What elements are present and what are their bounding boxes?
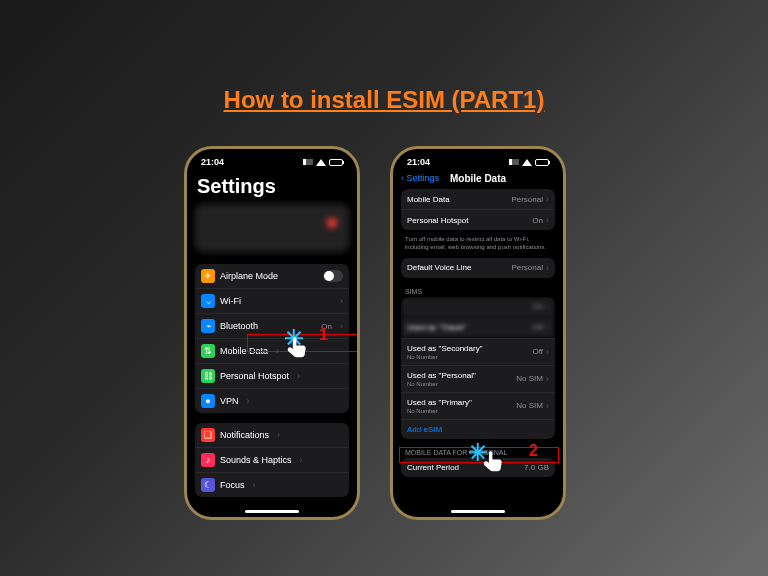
nav-title: Mobile Data	[401, 173, 555, 184]
speaker-icon: ♪	[201, 453, 215, 467]
chevron-right-icon: ›	[546, 215, 549, 225]
chevron-right-icon: ›	[546, 263, 549, 273]
nav-header: ‹ Settings Mobile Data	[401, 171, 555, 189]
page-title: How to install ESIM (PART1)	[0, 86, 768, 114]
row-personal-hotspot[interactable]: Personal Hotspot On ›	[401, 209, 555, 230]
globe-icon: ●	[201, 394, 215, 408]
row-sim[interactable]: Used as "Personal"No Number No SIM ›	[401, 365, 555, 392]
row-value: On	[532, 216, 543, 225]
chevron-right-icon: ›	[276, 346, 279, 356]
row-value: On	[532, 302, 543, 311]
row-sub: No Number	[407, 354, 483, 360]
chevron-right-icon: ›	[340, 321, 343, 331]
group-voice-line: Default Voice Line Personal ›	[401, 258, 555, 278]
settings-group-notifications: ❑ Notifications › ♪ Sounds & Haptics › ☾…	[195, 423, 349, 497]
row-notifications[interactable]: ❑ Notifications ›	[195, 423, 349, 447]
row-label: Airplane Mode	[220, 271, 278, 281]
row-label: VPN	[220, 396, 239, 406]
chevron-right-icon: ›	[340, 296, 343, 306]
status-bar: 21:04	[195, 155, 349, 171]
row-label: Default Voice Line	[407, 263, 472, 272]
row-value: No SIM	[516, 374, 543, 383]
signal-icon	[509, 159, 519, 165]
row-value: Off	[532, 323, 543, 332]
row-value: Personal	[511, 195, 543, 204]
antenna-icon: ⇅	[201, 344, 215, 358]
pointer-hand-icon	[283, 335, 311, 363]
wifi-icon	[522, 159, 532, 166]
chevron-right-icon: ›	[546, 323, 549, 333]
status-right	[303, 159, 343, 166]
row-label: Notifications	[220, 430, 269, 440]
row-label: Current Period	[407, 463, 459, 472]
row-label: Personal Hotspot	[407, 216, 468, 225]
phone-settings: 21:04 Settings ✈ Airplane Mode ⌵ Wi-Fi ›	[184, 146, 360, 520]
battery-icon	[329, 159, 343, 166]
row-airplane-mode[interactable]: ✈ Airplane Mode	[195, 264, 349, 288]
row-sounds[interactable]: ♪ Sounds & Haptics ›	[195, 447, 349, 472]
row-label: Used as "Secondary"	[407, 344, 483, 353]
row-label: Wi-Fi	[220, 296, 241, 306]
clock: 21:04	[407, 157, 430, 167]
chevron-right-icon: ›	[277, 430, 280, 440]
bluetooth-icon: ⌁	[201, 319, 215, 333]
section-sims: SIMs	[401, 282, 555, 297]
chevron-right-icon: ›	[546, 194, 549, 204]
airplane-icon: ✈	[201, 269, 215, 283]
row-wifi[interactable]: ⌵ Wi-Fi ›	[195, 288, 349, 313]
chevron-right-icon: ›	[300, 455, 303, 465]
row-label: Sounds & Haptics	[220, 455, 292, 465]
row-value: Off	[532, 347, 543, 356]
signal-icon	[303, 159, 313, 165]
row-focus[interactable]: ☾ Focus ›	[195, 472, 349, 497]
status-right	[509, 159, 549, 166]
row-personal-hotspot[interactable]: ⛓ Personal Hotspot ›	[195, 363, 349, 388]
badge-icon	[327, 218, 337, 228]
row-sim[interactable]: Used as "Travel" Off ›	[401, 317, 555, 338]
footer-note: Turn off mobile data to restrict all dat…	[401, 234, 555, 258]
row-value: Personal	[511, 263, 543, 272]
status-bar: 21:04	[401, 155, 555, 171]
account-row-blurred[interactable]	[195, 204, 349, 252]
chevron-right-icon: ›	[247, 396, 250, 406]
row-mobile-data-line[interactable]: Mobile Data Personal ›	[401, 189, 555, 209]
chevron-right-icon: ›	[546, 374, 549, 384]
chevron-right-icon: ›	[546, 401, 549, 411]
row-sim[interactable]: Used as "Primary"No Number No SIM ›	[401, 392, 555, 419]
row-label: Personal Hotspot	[220, 371, 289, 381]
chevron-right-icon: ›	[546, 302, 549, 312]
chevron-right-icon: ›	[297, 371, 300, 381]
row-label: Focus	[220, 480, 245, 490]
pointer-hand-icon	[479, 449, 507, 477]
phone-pair: 21:04 Settings ✈ Airplane Mode ⌵ Wi-Fi ›	[184, 146, 566, 520]
row-add-esim[interactable]: Add eSIM	[401, 419, 555, 439]
link-icon: ⛓	[201, 369, 215, 383]
row-value: 7.0 GB	[524, 463, 549, 472]
home-indicator[interactable]	[451, 510, 505, 513]
row-label: Used as "Travel"	[407, 323, 466, 332]
airplane-toggle[interactable]	[323, 270, 343, 282]
settings-heading: Settings	[195, 171, 349, 204]
row-sim[interactable]: On ›	[401, 297, 555, 317]
chevron-right-icon: ›	[546, 347, 549, 357]
row-label: Mobile Data	[407, 195, 450, 204]
row-default-voice-line[interactable]: Default Voice Line Personal ›	[401, 258, 555, 278]
row-label: Mobile Data	[220, 346, 268, 356]
home-indicator[interactable]	[245, 510, 299, 513]
bell-icon: ❑	[201, 428, 215, 442]
phone-mobile-data: 21:04 ‹ Settings Mobile Data Mobile Data…	[390, 146, 566, 520]
chevron-right-icon: ›	[253, 480, 256, 490]
row-sub: No Number	[407, 381, 476, 387]
moon-icon: ☾	[201, 478, 215, 492]
callout-number-2: 2	[529, 443, 538, 459]
clock: 21:04	[201, 157, 224, 167]
callout-number-1: 1	[319, 327, 328, 343]
row-label: Bluetooth	[220, 321, 258, 331]
add-esim-label: Add eSIM	[407, 425, 442, 434]
group-mobile-data: Mobile Data Personal › Personal Hotspot …	[401, 189, 555, 230]
row-label: Used as "Primary"	[407, 398, 472, 407]
row-vpn[interactable]: ● VPN ›	[195, 388, 349, 413]
group-sims: On › Used as "Travel" Off › Used as "Sec…	[401, 297, 555, 439]
row-sim[interactable]: Used as "Secondary"No Number Off ›	[401, 338, 555, 365]
wifi-icon	[316, 159, 326, 166]
